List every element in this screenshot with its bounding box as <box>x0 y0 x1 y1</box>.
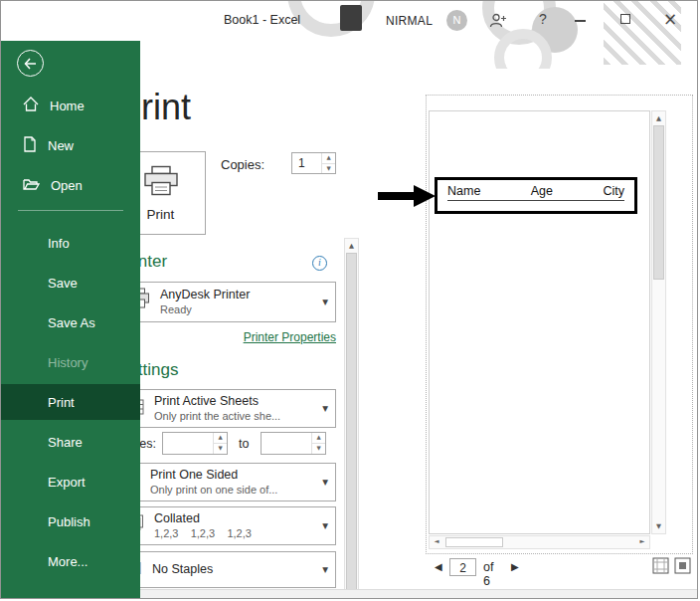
sidebar-item-label: Print <box>48 395 75 410</box>
stepper-buttons: ▲ ▼ <box>321 153 335 173</box>
printer-info: AnyDesk Printer Ready <box>160 287 250 317</box>
staples-title: No Staples <box>152 561 213 577</box>
sidebar-item-label: Info <box>48 236 70 251</box>
sidebar-divider <box>18 210 123 211</box>
next-page-button[interactable]: ▶ <box>511 561 519 572</box>
sidebar-item-info[interactable]: Info <box>1 225 140 261</box>
column-header-age: Age <box>531 184 553 198</box>
scrollbar-thumb[interactable] <box>653 125 664 280</box>
annotation-arrow-icon <box>378 183 436 209</box>
info-icon[interactable]: i <box>312 256 327 271</box>
chevron-down-icon: ▼ <box>322 298 328 306</box>
printer-name: AnyDesk Printer <box>160 287 250 302</box>
sidebar-item-label: More... <box>48 554 88 569</box>
pages-to-value[interactable] <box>262 433 311 454</box>
copies-value[interactable]: 1 <box>292 153 321 173</box>
sidebar-item-export[interactable]: Export <box>1 464 140 500</box>
duplex-subtitle: Only print on one side of... <box>150 483 277 497</box>
sidebar-item-print[interactable]: Print <box>1 384 140 420</box>
pages-from-stepper[interactable]: ▲ ▼ <box>162 432 228 455</box>
sidebar-item-label: Save As <box>48 315 95 330</box>
sidebar-item-label: Publish <box>48 514 90 529</box>
chevron-down-icon: ▼ <box>322 565 328 574</box>
printer-icon <box>143 165 179 200</box>
spin-up-icon[interactable]: ▲ <box>312 433 325 444</box>
new-document-icon <box>23 136 37 155</box>
back-button[interactable] <box>17 50 44 77</box>
sidebar-item-label: History <box>48 355 88 370</box>
print-what-title: Print Active Sheets <box>154 393 280 409</box>
close-button[interactable]: × <box>663 9 677 29</box>
settings-scrollbar[interactable]: ▲ ▼ <box>344 238 359 599</box>
home-icon <box>23 97 39 114</box>
chevron-down-icon: ▼ <box>322 521 328 530</box>
spin-down-icon[interactable]: ▼ <box>312 444 325 454</box>
pages-to-stepper[interactable]: ▲ ▼ <box>261 432 326 455</box>
staples-dropdown[interactable]: No Staples ▼ <box>115 551 336 588</box>
sidebar-item-new[interactable]: New <box>1 127 140 163</box>
column-header-city: City <box>603 184 624 198</box>
window-title: Book1 - Excel <box>224 13 300 27</box>
open-folder-icon <box>23 177 40 194</box>
scroll-up-icon[interactable]: ▲ <box>345 239 358 253</box>
sidebar-item-open[interactable]: Open <box>1 167 140 203</box>
bottom-scrollbar-strip[interactable] <box>140 589 698 599</box>
sidebar-item-label: Share <box>48 435 83 450</box>
sidebar-item-save[interactable]: Save <box>1 265 140 300</box>
duplex-title: Print One Sided <box>150 467 277 483</box>
contact-person-icon[interactable] <box>489 13 507 33</box>
excel-backstage-window: Book1 - Excel NIRMAL N ? × <box>0 0 698 599</box>
scrollbar-thumb[interactable] <box>346 253 357 599</box>
scroll-up-icon[interactable]: ▲ <box>652 111 665 125</box>
duplex-dropdown[interactable]: Print One Sided Only print on one side o… <box>115 463 336 501</box>
chevron-down-icon: ▼ <box>322 478 328 487</box>
account-avatar[interactable]: N <box>446 10 467 31</box>
zoom-to-page-icon[interactable] <box>674 557 691 578</box>
back-arrow-icon <box>23 57 38 71</box>
copies-label: Copies: <box>221 157 264 172</box>
sidebar-item-history: History <box>1 344 140 380</box>
scroll-down-icon[interactable]: ▼ <box>652 519 665 533</box>
print-what-subtitle: Only print the active she... <box>154 409 280 423</box>
print-what-dropdown[interactable]: Print Active Sheets Only print the activ… <box>115 389 336 428</box>
backstage-sidebar: Home New Open Info Sa <box>1 41 140 599</box>
table-header-row: Name Age City <box>447 184 624 201</box>
scrollbar-thumb[interactable] <box>445 537 503 547</box>
sidebar-item-save-as[interactable]: Save As <box>1 304 140 340</box>
sidebar-item-label: New <box>48 138 74 153</box>
chevron-down-icon: ▼ <box>322 404 328 413</box>
copies-stepper[interactable]: 1 ▲ ▼ <box>291 152 336 174</box>
spin-down-icon[interactable]: ▼ <box>214 444 227 454</box>
maximize-button[interactable] <box>620 14 630 24</box>
sidebar-item-label: Save <box>48 276 78 291</box>
sidebar-item-publish[interactable]: Publish <box>1 503 140 539</box>
titlebar: Book1 - Excel NIRMAL N ? × <box>1 1 698 41</box>
scroll-left-icon[interactable]: ◄ <box>430 536 443 548</box>
pages-from-value[interactable] <box>163 433 213 454</box>
current-page-input[interactable]: 2 <box>449 558 476 576</box>
minimize-button[interactable] <box>575 20 586 22</box>
sidebar-item-home[interactable]: Home <box>1 88 140 123</box>
account-name[interactable]: NIRMAL <box>386 14 433 28</box>
show-margins-icon[interactable] <box>652 557 669 578</box>
preview-page <box>429 110 650 534</box>
collation-subtitle: 1,2,3 1,2,3 1,2,3 <box>154 526 252 540</box>
sidebar-item-share[interactable]: Share <box>1 424 140 460</box>
sidebar-item-label: Export <box>48 475 86 490</box>
collation-title: Collated <box>154 510 252 526</box>
spin-down-icon[interactable]: ▼ <box>322 164 335 174</box>
spin-up-icon[interactable]: ▲ <box>322 153 335 164</box>
help-icon[interactable]: ? <box>539 11 547 27</box>
collation-dropdown[interactable]: Collated 1,2,3 1,2,3 1,2,3 ▼ <box>115 506 336 545</box>
previous-page-button[interactable]: ◀ <box>435 561 442 572</box>
column-header-name: Name <box>447 184 480 198</box>
scroll-right-icon[interactable]: ► <box>635 536 649 548</box>
sidebar-item-label: Open <box>51 178 83 193</box>
printer-properties-link[interactable]: Printer Properties <box>115 330 336 344</box>
preview-horizontal-scrollbar[interactable]: ◄ ► <box>429 535 650 549</box>
spin-up-icon[interactable]: ▲ <box>214 433 227 444</box>
preview-vertical-scrollbar[interactable]: ▲ ▼ <box>651 110 666 534</box>
printer-selector[interactable]: AnyDesk Printer Ready ▼ <box>115 282 336 322</box>
sidebar-item-label: Home <box>50 99 85 113</box>
sidebar-item-more[interactable]: More... <box>1 543 140 579</box>
